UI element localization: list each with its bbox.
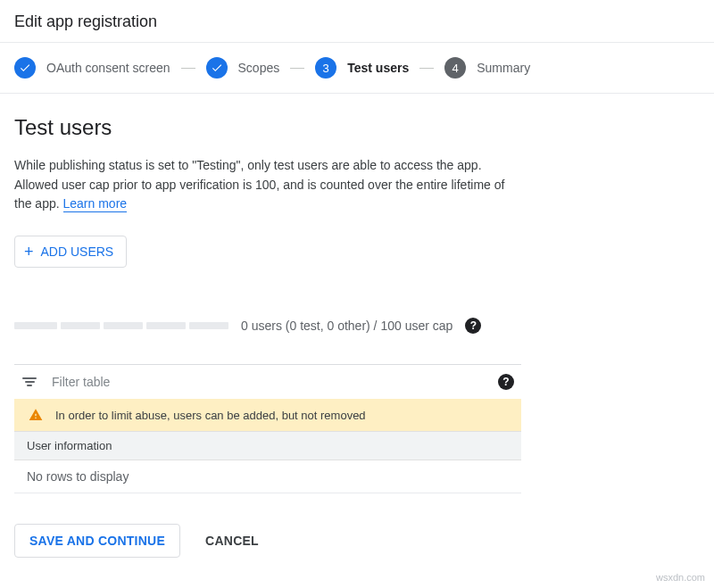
step-label: Summary: [477, 61, 530, 75]
warning-text: In order to limit abuse, users can be ad…: [55, 409, 366, 422]
quota-segment: [146, 322, 186, 329]
step-summary[interactable]: 4 Summary: [444, 57, 530, 79]
warning-icon: [29, 408, 43, 422]
step-label: OAuth consent screen: [46, 61, 170, 75]
page-header: Edit app registration: [0, 0, 714, 43]
page-title: Edit app registration: [14, 12, 700, 31]
check-icon: [14, 57, 36, 79]
step-number: 4: [444, 57, 466, 79]
quota-segment: [104, 322, 143, 329]
quota-segment: [189, 322, 228, 329]
filter-icon[interactable]: [21, 377, 37, 386]
quota-segment: [61, 322, 100, 329]
step-label: Scopes: [238, 61, 280, 75]
warning-banner: In order to limit abuse, users can be ad…: [14, 399, 521, 431]
step-connector: [181, 68, 195, 69]
check-icon: [206, 57, 228, 79]
help-icon[interactable]: ?: [498, 374, 514, 390]
filter-row: ?: [14, 365, 521, 399]
step-label: Test users: [347, 61, 409, 75]
quota-bar: [14, 322, 228, 329]
section-description: While publishing status is set to "Testi…: [14, 156, 521, 214]
step-oauth-consent[interactable]: OAuth consent screen: [14, 57, 170, 79]
step-scopes[interactable]: Scopes: [206, 57, 280, 79]
quota-segment: [14, 322, 57, 329]
plus-icon: +: [24, 244, 34, 260]
table-empty-row: No rows to display: [14, 460, 521, 493]
step-number: 3: [315, 57, 336, 79]
step-connector: [419, 68, 434, 69]
add-users-button[interactable]: + ADD USERS: [14, 236, 127, 268]
learn-more-link[interactable]: Learn more: [63, 196, 128, 212]
step-test-users[interactable]: 3 Test users: [315, 57, 409, 79]
filter-input[interactable]: [50, 374, 486, 390]
add-users-label: ADD USERS: [41, 244, 114, 259]
action-row: SAVE AND CONTINUE CANCEL: [14, 524, 521, 558]
table-column-header: User information: [14, 431, 521, 460]
quota-text: 0 users (0 test, 0 other) / 100 user cap: [241, 319, 452, 333]
users-table: ? In order to limit abuse, users can be …: [14, 364, 521, 493]
quota-row: 0 users (0 test, 0 other) / 100 user cap…: [14, 318, 521, 334]
section-heading: Test users: [14, 115, 521, 140]
save-and-continue-button[interactable]: SAVE AND CONTINUE: [14, 524, 180, 558]
help-icon[interactable]: ?: [465, 318, 481, 334]
step-connector: [290, 68, 304, 69]
stepper: OAuth consent screen Scopes 3 Test users…: [0, 43, 714, 94]
cancel-button[interactable]: CANCEL: [191, 524, 273, 558]
